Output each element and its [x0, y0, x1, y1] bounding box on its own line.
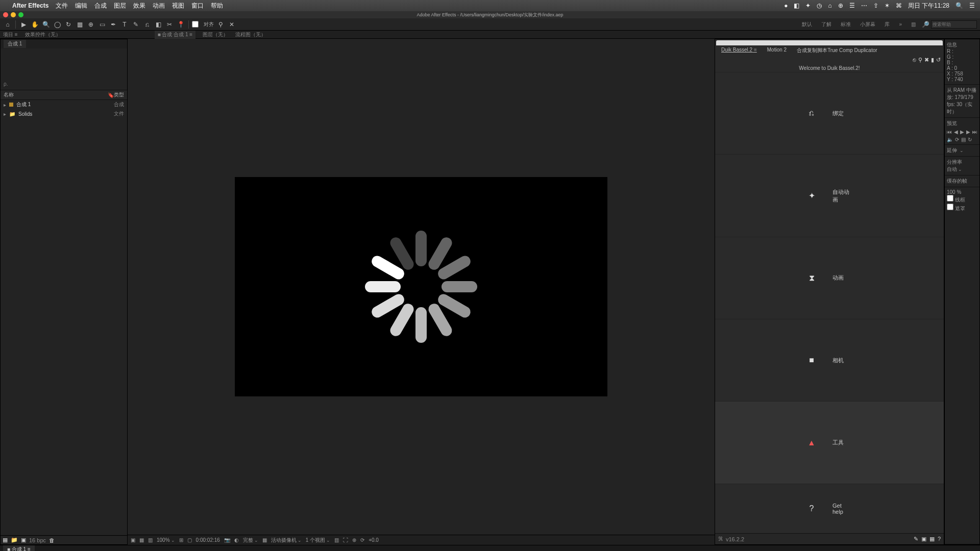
- tab-truecomp[interactable]: 合成复制脚本True Comp Duplicator: [794, 46, 880, 55]
- preview-next-icon[interactable]: ▶: [966, 129, 970, 135]
- status-icon[interactable]: ☰: [969, 2, 975, 9]
- workspace-more-icon[interactable]: »: [895, 20, 906, 28]
- tab-flowchart[interactable]: 流程图（无）: [235, 31, 266, 38]
- orbit-tool-icon[interactable]: ◯: [53, 20, 62, 29]
- status-icon[interactable]: ✦: [805, 2, 811, 9]
- project-item-comp[interactable]: ▸ 合成 1 合成: [1, 100, 127, 109]
- menu-anim[interactable]: 动画: [153, 2, 165, 10]
- vf-icon[interactable]: ⊕: [352, 537, 356, 543]
- snap-opt-icon[interactable]: ⚲: [216, 20, 225, 29]
- pen-tool-icon[interactable]: ✒: [109, 20, 118, 29]
- eraser-tool-icon[interactable]: ◧: [154, 20, 163, 29]
- duik-tool-icon[interactable]: ▮: [931, 57, 934, 63]
- status-icon[interactable]: ⋯: [861, 2, 867, 9]
- clock[interactable]: 周日 下午11:28: [908, 2, 949, 10]
- res-toggle-icon[interactable]: ⊞: [179, 537, 183, 543]
- duik-foot-icon[interactable]: ▣: [921, 536, 926, 542]
- menu-help[interactable]: 帮助: [211, 2, 223, 10]
- duik-item-animation[interactable]: ⧗ 动画: [715, 237, 944, 319]
- camera-tool-icon[interactable]: ▦: [75, 20, 84, 29]
- vf-icon[interactable]: ⛶: [343, 537, 348, 543]
- roto-tool-icon[interactable]: ✂: [165, 20, 174, 29]
- tab-composition[interactable]: ■ 合成 合成 1 ≡: [155, 31, 196, 39]
- timeline-tab[interactable]: ■ 合成 1 ≡: [3, 545, 35, 551]
- tab-motion2[interactable]: Motion 2: [764, 46, 790, 55]
- menu-edit[interactable]: 编辑: [75, 2, 87, 10]
- duik-tool-icon[interactable]: ⎋: [913, 57, 916, 63]
- tab-duik[interactable]: Duik Bassel.2 ≡: [718, 46, 760, 55]
- clone-tool-icon[interactable]: ⎌: [142, 20, 152, 29]
- duik-foot-icon[interactable]: ?: [938, 536, 941, 542]
- hand-tool-icon[interactable]: ✋: [30, 20, 39, 29]
- transparency-icon[interactable]: ▦: [262, 537, 267, 543]
- timecode-display[interactable]: 0:00:02:16: [196, 537, 220, 543]
- pan-behind-tool-icon[interactable]: ⊕: [86, 20, 95, 29]
- preview-last-icon[interactable]: ⏭: [972, 129, 977, 135]
- camera-dropdown[interactable]: 活动摄像机: [271, 537, 302, 544]
- status-icon[interactable]: ⊕: [838, 2, 843, 9]
- res-dropdown[interactable]: 自动: [947, 166, 977, 173]
- tab-layer[interactable]: 图层（无）: [203, 31, 228, 38]
- project-item-folder[interactable]: ▸📁 Solids 文件: [1, 109, 127, 118]
- preview-loop-icon[interactable]: ⟳: [955, 137, 959, 142]
- resolution-dropdown[interactable]: 完整: [243, 537, 258, 544]
- zoom-dropdown[interactable]: 100%: [157, 537, 175, 543]
- views-dropdown[interactable]: 1 个视图: [306, 537, 330, 544]
- wireframe-checkbox[interactable]: [947, 195, 953, 202]
- preview-prev-icon[interactable]: ◀: [954, 129, 958, 135]
- viewer[interactable]: ↖: [128, 39, 715, 535]
- mask-toggle-icon[interactable]: ▣: [131, 537, 135, 543]
- duik-tool-icon[interactable]: ⚲: [918, 57, 922, 63]
- col-tag-icon[interactable]: 🔖: [108, 92, 114, 98]
- status-icon[interactable]: ●: [784, 2, 788, 9]
- menu-comp[interactable]: 合成: [94, 2, 107, 10]
- tab-project[interactable]: 项目 ≡: [3, 31, 18, 38]
- menu-effect[interactable]: 效果: [133, 2, 145, 10]
- preview-opt-icon[interactable]: ↻: [968, 137, 972, 142]
- menu-view[interactable]: 视图: [172, 2, 184, 10]
- home-icon[interactable]: ⌂: [3, 20, 12, 29]
- duik-foot-icon[interactable]: ▦: [929, 536, 935, 542]
- duik-item-rigging[interactable]: ⎌ 绑定: [715, 72, 944, 154]
- status-icon[interactable]: ⌂: [828, 2, 831, 9]
- mask-checkbox[interactable]: [947, 204, 953, 210]
- comp-canvas[interactable]: ↖: [235, 177, 607, 396]
- new-comp-icon[interactable]: ▣: [21, 537, 26, 543]
- snap-checkbox[interactable]: [192, 21, 199, 28]
- workspace-learn[interactable]: 了解: [817, 20, 836, 29]
- preview-first-icon[interactable]: ⏮: [947, 129, 952, 135]
- status-icon[interactable]: ◧: [794, 2, 799, 9]
- minimize-icon[interactable]: [11, 12, 16, 17]
- duik-window-chrome[interactable]: [716, 40, 943, 45]
- duik-foot-icon[interactable]: ✎: [914, 536, 918, 542]
- status-icon[interactable]: ☰: [849, 2, 855, 9]
- duik-item-automation[interactable]: ✦ 自动动画: [715, 154, 944, 236]
- status-icon[interactable]: ⌘: [896, 2, 902, 9]
- duik-item-help[interactable]: ? Get help: [715, 484, 944, 533]
- selection-tool-icon[interactable]: ▶: [19, 20, 28, 29]
- vf-icon[interactable]: ⟳: [360, 537, 364, 543]
- col-name[interactable]: 名称: [4, 91, 14, 98]
- menu-layer[interactable]: 图层: [114, 2, 126, 10]
- workspace-lib[interactable]: 库: [880, 20, 894, 29]
- project-search[interactable]: ρ.: [4, 81, 124, 87]
- exposure[interactable]: +0.0: [369, 537, 379, 543]
- menu-window[interactable]: 窗口: [191, 2, 204, 10]
- brush-tool-icon[interactable]: ✎: [131, 20, 140, 29]
- status-icon[interactable]: ◷: [817, 2, 822, 9]
- preview-play-icon[interactable]: ▶: [960, 129, 964, 135]
- app-name[interactable]: After Effects: [12, 2, 48, 9]
- duik-item-tools[interactable]: ▲ 工具: [715, 401, 944, 483]
- preview-audio-icon[interactable]: 🔈: [947, 137, 953, 142]
- grid-toggle-icon[interactable]: ▦: [139, 537, 144, 543]
- new-folder-icon[interactable]: 📁: [11, 537, 18, 543]
- workspace-panel-icon[interactable]: ▥: [907, 20, 920, 28]
- puppet-tool-icon[interactable]: 📍: [176, 20, 185, 29]
- snap-opt2-icon[interactable]: ✕: [227, 20, 236, 29]
- shape-tool-icon[interactable]: ▭: [97, 20, 107, 29]
- vf-icon[interactable]: ▥: [334, 537, 339, 543]
- menu-file[interactable]: 文件: [56, 2, 68, 10]
- duik-tool-icon[interactable]: ↺: [936, 57, 941, 63]
- workspace-small[interactable]: 小屏幕: [856, 20, 879, 29]
- zoom-tool-icon[interactable]: 🔍: [41, 20, 51, 29]
